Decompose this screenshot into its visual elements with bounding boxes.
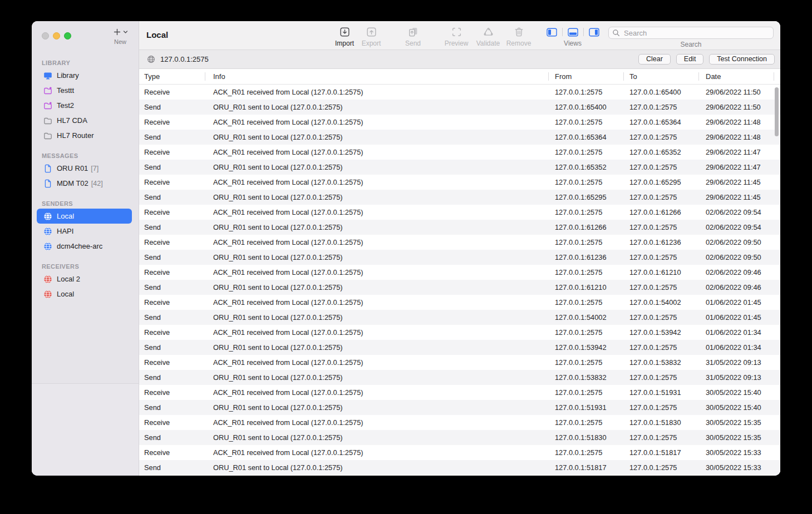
sidebar-item-oru-r01[interactable]: ORU R01[7] — [37, 161, 132, 176]
export-button[interactable]: Export — [353, 26, 389, 47]
table-row[interactable]: ReceiveACK_R01 received from Local (127.… — [139, 115, 780, 130]
column-divider[interactable] — [698, 72, 699, 81]
cell-to: 127.0.0.1:2575 — [623, 193, 698, 201]
sidebar-item-testtt[interactable]: Testtt — [37, 83, 132, 98]
cell-from: 127.0.0.1:2575 — [548, 358, 623, 367]
column-divider[interactable] — [623, 72, 624, 81]
view-left-panel-button[interactable] — [547, 28, 557, 37]
search-icon — [612, 29, 620, 37]
table-row[interactable]: ReceiveACK_R01 received from Local (127.… — [139, 385, 780, 400]
clear-button[interactable]: Clear — [638, 54, 671, 65]
sidebar-item-hapi[interactable]: HAPI — [37, 224, 132, 239]
cell-info: ORU_R01 sent to Local (127.0.0.1:2575) — [205, 373, 548, 382]
cell-type: Send — [139, 283, 205, 291]
table-row[interactable]: SendORU_R01 sent to Local (127.0.0.1:257… — [139, 400, 780, 415]
cell-to: 127.0.0.1:2575 — [623, 283, 698, 291]
divider — [562, 28, 563, 36]
table-row[interactable]: ReceiveACK_R01 received from Local (127.… — [139, 145, 780, 160]
view-bottom-panel-button[interactable] — [568, 28, 578, 37]
smart-folder-icon — [43, 86, 52, 95]
table-row[interactable]: ReceiveACK_R01 received from Local (127.… — [139, 355, 780, 370]
cell-type: Receive — [139, 298, 205, 307]
new-button[interactable]: New — [107, 26, 134, 45]
cell-type: Receive — [139, 88, 205, 96]
toolbar-item-label: Export — [362, 39, 381, 47]
cell-info: ACK_R01 received from Local (127.0.0.1:2… — [205, 358, 548, 367]
sidebar-item-library[interactable]: Library — [37, 68, 132, 83]
sidebar-item-hl7-router[interactable]: HL7 Router — [37, 128, 132, 143]
sidebar-item-local[interactable]: Local — [37, 286, 132, 302]
cell-from: 127.0.0.1:61236 — [548, 253, 623, 261]
preview-button[interactable]: Preview — [439, 26, 474, 47]
table-row[interactable]: SendORU_R01 sent to Local (127.0.0.1:257… — [139, 460, 780, 475]
table-row[interactable]: SendORU_R01 sent to Local (127.0.0.1:257… — [139, 310, 780, 325]
window-close-button[interactable] — [42, 32, 49, 39]
table-row[interactable]: SendORU_R01 sent to Local (127.0.0.1:257… — [139, 340, 780, 355]
column-header-date[interactable]: Date — [698, 72, 774, 81]
cell-from: 127.0.0.1:51931 — [548, 403, 623, 412]
window-zoom-button[interactable] — [64, 32, 71, 39]
sidebar-item-mdm-t02[interactable]: MDM T02[42] — [37, 176, 132, 191]
sidebar-item-local[interactable]: Local — [37, 209, 132, 224]
cell-to: 127.0.0.1:65364 — [623, 118, 698, 126]
sidebar-item-dcm4chee-arc[interactable]: dcm4chee-arc — [37, 239, 132, 254]
table-row[interactable]: ReceiveACK_R01 received from Local (127.… — [139, 175, 780, 190]
table-row[interactable]: SendORU_R01 sent to Local (127.0.0.1:257… — [139, 430, 780, 445]
cell-type: Receive — [139, 118, 205, 126]
send-button[interactable]: Send — [395, 26, 431, 47]
column-divider[interactable] — [205, 72, 205, 81]
cell-info: ORU_R01 sent to Local (127.0.0.1:2575) — [205, 193, 548, 201]
cell-info: ORU_R01 sent to Local (127.0.0.1:2575) — [205, 403, 548, 412]
table-row[interactable]: SendORU_R01 sent to Local (127.0.0.1:257… — [139, 280, 780, 295]
sidebar-item-local-2[interactable]: Local 2 — [37, 271, 132, 286]
cell-from: 127.0.0.1:61210 — [548, 283, 623, 291]
cell-to: 127.0.0.1:51830 — [623, 418, 698, 427]
column-header-from[interactable]: From — [548, 72, 623, 81]
cell-date: 30/05/2022 15:40 — [698, 403, 774, 412]
column-divider[interactable] — [548, 72, 549, 81]
test-connection-button[interactable]: Test Connection — [709, 54, 775, 65]
table-row[interactable]: ReceiveACK_R01 received from Local (127.… — [139, 325, 780, 340]
globe-icon — [43, 242, 52, 251]
document-icon — [43, 164, 52, 173]
column-header-info[interactable]: Info — [205, 72, 548, 81]
table-row[interactable]: SendORU_R01 sent to Local (127.0.0.1:257… — [139, 250, 780, 265]
table-row[interactable]: ReceiveACK_R01 received from Local (127.… — [139, 295, 780, 310]
table-row[interactable]: SendORU_R01 sent to Local (127.0.0.1:257… — [139, 100, 780, 115]
cell-to: 127.0.0.1:65400 — [623, 88, 698, 96]
toolbar-item-label: Validate — [476, 39, 500, 47]
search-group: Search — [608, 27, 774, 48]
toolbar-item-label: Import — [335, 39, 354, 47]
table-row[interactable]: SendORU_R01 sent to Local (127.0.0.1:257… — [139, 160, 780, 175]
remove-button[interactable]: Remove — [501, 26, 537, 47]
column-header-type[interactable]: Type — [139, 72, 205, 81]
table-row[interactable]: ReceiveACK_R01 received from Local (127.… — [139, 85, 780, 100]
cell-info: ACK_R01 received from Local (127.0.0.1:2… — [205, 268, 548, 276]
cell-date: 01/06/2022 01:34 — [698, 343, 774, 352]
window-minimize-button[interactable] — [53, 32, 60, 39]
table-row[interactable]: ReceiveACK_R01 received from Local (127.… — [139, 265, 780, 280]
table-row[interactable]: ReceiveACK_R01 received from Local (127.… — [139, 415, 780, 430]
vertical-scrollbar[interactable] — [775, 87, 779, 136]
column-divider[interactable] — [774, 72, 774, 81]
cell-date: 30/05/2022 15:40 — [698, 388, 774, 397]
table-row[interactable]: SendORU_R01 sent to Local (127.0.0.1:257… — [139, 220, 780, 235]
sidebar-item-hl7-cda[interactable]: HL7 CDA — [37, 113, 132, 128]
cell-to: 127.0.0.1:2575 — [623, 313, 698, 322]
table-row[interactable]: ReceiveACK_R01 received from Local (127.… — [139, 205, 780, 220]
view-right-panel-button[interactable] — [589, 28, 599, 37]
table-row[interactable]: SendORU_R01 sent to Local (127.0.0.1:257… — [139, 130, 780, 145]
cell-from: 127.0.0.1:53832 — [548, 373, 623, 382]
cell-date: 31/05/2022 09:13 — [698, 358, 774, 367]
table-row[interactable]: ReceiveACK_R01 received from Local (127.… — [139, 445, 780, 460]
cell-from: 127.0.0.1:2575 — [548, 88, 623, 96]
sidebar-item-label: ORU R01 — [57, 164, 88, 172]
table-row[interactable]: ReceiveACK_R01 received from Local (127.… — [139, 235, 780, 250]
sidebar-item-test2[interactable]: Test2 — [37, 98, 132, 113]
edit-button[interactable]: Edit — [676, 54, 704, 65]
search-input[interactable] — [608, 27, 774, 39]
table-row[interactable]: SendORU_R01 sent to Local (127.0.0.1:257… — [139, 370, 780, 385]
cell-to: 127.0.0.1:2575 — [623, 373, 698, 382]
column-header-to[interactable]: To — [623, 72, 698, 81]
table-row[interactable]: SendORU_R01 sent to Local (127.0.0.1:257… — [139, 190, 780, 205]
